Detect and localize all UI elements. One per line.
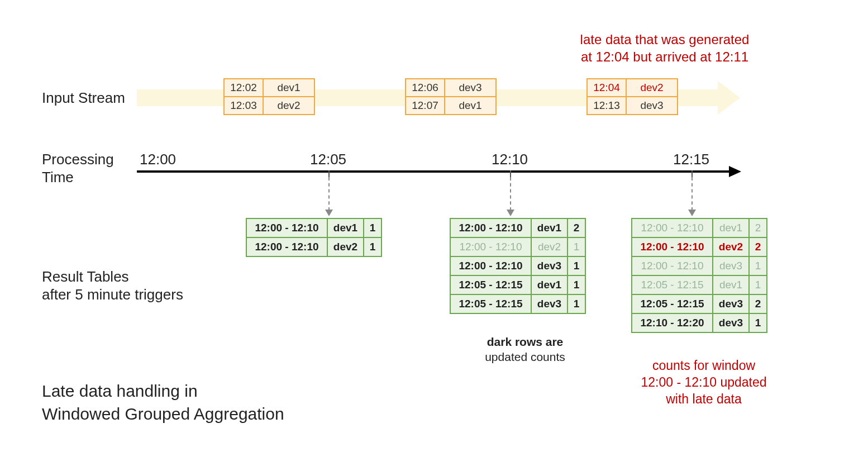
axis-tick-1215: 12:15 (673, 151, 709, 168)
axis-tick-mark (691, 170, 693, 177)
cell-count: 1 (750, 257, 766, 275)
dark-rows-caption: dark rows are updated counts (464, 334, 586, 365)
processing-time-axis-arrow (729, 166, 741, 177)
event-time: 12:03 (225, 97, 264, 114)
result-table-1215: 12:00 - 12:10 dev1 2 12:00 - 12:10 dev2 … (631, 218, 767, 333)
cell-window: 12:00 - 12:10 (451, 219, 532, 237)
cell-window: 12:00 - 12:10 (247, 219, 328, 237)
cell-device: dev1 (532, 219, 568, 237)
stream-event-group-1: 12:02 dev1 12:03 dev2 (223, 78, 315, 115)
cell-window: 12:00 - 12:10 (451, 257, 532, 275)
cell-device: dev2 (328, 238, 364, 256)
cell-device: dev1 (713, 219, 750, 237)
cell-device: dev3 (532, 257, 568, 275)
trigger-arrow-1205 (328, 177, 330, 211)
cell-window: 12:00 - 12:10 (632, 257, 713, 275)
table-row: 12:00 - 12:10 dev1 2 (632, 219, 766, 237)
cell-device: dev1 (713, 276, 750, 294)
cell-window: 12:00 - 12:10 (247, 238, 328, 256)
late-data-note: late data that was generated at 12:04 bu… (559, 31, 771, 65)
cell-count: 2 (568, 219, 585, 237)
title-line1: Late data handling in (42, 380, 284, 403)
cell-device: dev1 (328, 219, 364, 237)
event-device: dev3 (627, 97, 677, 114)
table-row: 12:10 - 12:20 dev3 1 (632, 313, 766, 332)
event-device: dev3 (445, 79, 495, 96)
cell-window: 12:05 - 12:15 (451, 276, 532, 294)
event-time: 12:13 (588, 97, 627, 114)
event-device: dev1 (445, 97, 495, 114)
cell-device: dev3 (713, 295, 750, 313)
late-update-line2: 12:00 - 12:10 updated (631, 374, 776, 391)
event-time: 12:04 (588, 79, 627, 96)
trigger-arrow-1215 (691, 177, 693, 211)
table-row: 12:00 - 12:10 dev2 1 (451, 237, 585, 256)
title-line2: Windowed Grouped Aggregation (42, 403, 284, 426)
cell-device: dev2 (532, 238, 568, 256)
table-row: 12:05 - 12:15 dev3 2 (632, 294, 766, 313)
event-time: 12:02 (225, 79, 264, 96)
cell-count: 1 (568, 238, 585, 256)
cell-window: 12:00 - 12:10 (632, 238, 713, 256)
axis-tick-1205: 12:05 (310, 151, 346, 168)
trigger-arrow-head (688, 210, 696, 216)
late-note-line2: at 12:04 but arrived at 12:11 (559, 48, 771, 65)
table-row: 12:00 - 12:10 dev3 1 (451, 256, 585, 275)
cell-window: 12:00 - 12:10 (632, 219, 713, 237)
result-tables-label-1: Result Tables (42, 268, 129, 286)
processing-time-axis (137, 170, 729, 173)
cell-count: 1 (750, 314, 766, 332)
event-time: 12:06 (406, 79, 445, 96)
cell-count: 2 (750, 219, 766, 237)
table-row: 12:05 - 12:15 dev1 1 (451, 275, 585, 294)
trigger-arrow-1210 (510, 177, 511, 211)
event-device: dev2 (264, 97, 314, 114)
event-time: 12:07 (406, 97, 445, 114)
cell-window: 12:00 - 12:10 (451, 238, 532, 256)
late-update-line1: counts for window (631, 358, 776, 374)
cell-count: 1 (364, 238, 381, 256)
cell-count: 1 (568, 276, 585, 294)
result-table-1210: 12:00 - 12:10 dev1 2 12:00 - 12:10 dev2 … (450, 218, 586, 314)
cell-count: 1 (750, 276, 766, 294)
stream-event: 12:13 dev3 (588, 96, 677, 114)
cell-device: dev3 (532, 295, 568, 313)
cell-count: 2 (750, 295, 766, 313)
dark-rows-line2: updated counts (464, 349, 586, 364)
axis-tick-1200: 12:00 (140, 151, 176, 168)
stream-event: 12:03 dev2 (225, 96, 314, 114)
cell-window: 12:05 - 12:15 (632, 276, 713, 294)
event-device: dev2 (627, 79, 677, 96)
input-stream-arrow-head (718, 81, 740, 115)
table-row: 12:00 - 12:10 dev1 1 (247, 219, 381, 237)
cell-count: 1 (364, 219, 381, 237)
axis-tick-1210: 12:10 (492, 151, 528, 168)
cell-count: 1 (568, 257, 585, 275)
table-row: 12:00 - 12:10 dev1 2 (451, 219, 585, 237)
cell-device: dev2 (713, 238, 750, 256)
cell-device: dev3 (713, 314, 750, 332)
trigger-arrow-head (325, 210, 333, 216)
input-stream-label: Input Stream (42, 89, 125, 107)
stream-event: 12:06 dev3 (406, 79, 495, 96)
stream-event-group-2: 12:06 dev3 12:07 dev1 (405, 78, 497, 115)
processing-time-label-2: Time (42, 169, 74, 186)
stream-event: 12:07 dev1 (406, 96, 495, 114)
cell-window: 12:05 - 12:15 (632, 295, 713, 313)
late-note-line1: late data that was generated (559, 31, 771, 48)
processing-time-label-1: Processing (42, 151, 114, 168)
cell-window: 12:10 - 12:20 (632, 314, 713, 332)
result-table-1205: 12:00 - 12:10 dev1 1 12:00 - 12:10 dev2 … (246, 218, 382, 257)
cell-count: 2 (750, 238, 766, 256)
stream-event-late: 12:04 dev2 (588, 79, 677, 96)
result-tables-label-2: after 5 minute triggers (42, 286, 183, 303)
table-row: 12:00 - 12:10 dev2 1 (247, 237, 381, 256)
table-row: 12:00 - 12:10 dev3 1 (632, 256, 766, 275)
cell-window: 12:05 - 12:15 (451, 295, 532, 313)
late-update-line3: with late data (631, 391, 776, 408)
cell-device: dev1 (532, 276, 568, 294)
table-row: 12:05 - 12:15 dev1 1 (632, 275, 766, 294)
axis-tick-mark (510, 170, 511, 177)
stream-event-group-3: 12:04 dev2 12:13 dev3 (586, 78, 678, 115)
trigger-arrow-head (507, 210, 514, 216)
